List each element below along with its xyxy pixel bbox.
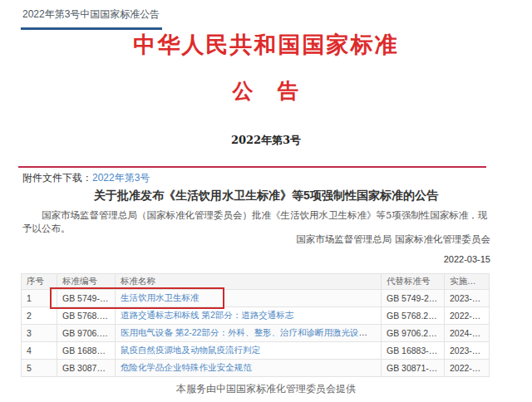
tab-announcement-2022-no3[interactable]: 2022年第3号中国国家标准公告 xyxy=(21,6,162,30)
standards-table: 序号 标准编号 标准名称 代替标准号 实施日期 1GB 5749-2022生活饮… xyxy=(21,273,490,377)
page-footer-text: 本服务由中国国家标准化管理委员会提供 xyxy=(0,382,532,396)
cell-impl-date: 2022-10-01 xyxy=(445,360,490,377)
cell-seq: 4 xyxy=(22,342,57,360)
notice-body-paragraph: 国家市场监督管理总局（国家标准化管理委员会）批准《生活饮用水卫生标准》等5项强制… xyxy=(22,209,490,235)
document-title-line2: 公 告 xyxy=(0,77,532,105)
cell-name: 生活饮用水卫生标准 xyxy=(116,290,382,307)
col-header-seq: 序号 xyxy=(22,274,57,290)
col-header-impl-date: 实施日期 xyxy=(445,274,490,290)
standard-name-link[interactable]: 危险化学品企业特殊作业安全规范 xyxy=(121,362,252,372)
table-row: 2GB 5768.2-2022道路交通标志和标线 第2部分：道路交通标志GB 5… xyxy=(22,307,490,325)
attachment-download-line: 附件文件下载：2022年第3号 xyxy=(22,171,150,185)
cell-code: GB 5749-2022 xyxy=(57,290,116,307)
standard-name-link[interactable]: 道路交通标志和标线 第2部分：道路交通标志 xyxy=(121,310,293,320)
cell-replaces: GB 30871-2014 xyxy=(382,360,445,377)
table-row: 1GB 5749-2022生活饮用水卫生标准GB 5749-20062023-0… xyxy=(22,290,490,307)
document-title-line1: 中华人民共和国国家标准 xyxy=(0,30,532,60)
table-row: 4GB 16883-2022鼠疫自然疫源地及动物鼠疫流行判定GB 16883-1… xyxy=(22,342,490,360)
table-row: 5GB 30871-2022危险化学品企业特殊作业安全规范GB 30871-20… xyxy=(22,360,490,377)
cell-code: GB 16883-2022 xyxy=(57,342,116,360)
cell-seq: 1 xyxy=(22,290,57,307)
cell-name: 道路交通标志和标线 第2部分：道路交通标志 xyxy=(116,307,382,325)
cell-code: GB 5768.2-2022 xyxy=(57,307,116,325)
cell-name: 医用电气设备 第2-22部分：外科、整形、治疗和诊断用激光设备的基本安全和基本性… xyxy=(116,325,382,342)
cell-seq: 3 xyxy=(22,325,57,342)
standard-name-link[interactable]: 生活饮用水卫生标准 xyxy=(121,292,200,302)
notice-heading: 关于批准发布《生活饮用水卫生标准》等5项强制性国家标准的公告 xyxy=(0,189,532,203)
cell-impl-date: 2024-05-01 xyxy=(445,325,490,342)
cell-name: 危险化学品企业特殊作业安全规范 xyxy=(116,360,382,377)
issuing-authority: 国家市场监督管理总局 国家标准化管理委员会 xyxy=(22,233,490,246)
cell-seq: 2 xyxy=(22,307,57,325)
cell-impl-date: 2023-04-01 xyxy=(445,290,490,307)
table-row: 3GB 9706.222-2022医用电气设备 第2-22部分：外科、整形、治疗… xyxy=(22,325,490,342)
standard-name-link[interactable]: 医用电气设备 第2-22部分：外科、整形、治疗和诊断用激光设备的基本安全和基本性… xyxy=(121,327,382,337)
red-divider-line xyxy=(18,166,486,168)
cell-name: 鼠疫自然疫源地及动物鼠疫流行判定 xyxy=(116,342,382,360)
col-header-code: 标准编号 xyxy=(57,274,116,290)
table-header-row: 序号 标准编号 标准名称 代替标准号 实施日期 xyxy=(22,274,490,290)
cell-code: GB 30871-2022 xyxy=(57,360,116,377)
tab-label: 2022年第3号中国国家标准公告 xyxy=(22,8,160,20)
standards-table-wrap: 序号 标准编号 标准名称 代替标准号 实施日期 1GB 5749-2022生活饮… xyxy=(21,273,489,377)
cell-seq: 5 xyxy=(22,360,57,377)
standards-table-body: 1GB 5749-2022生活饮用水卫生标准GB 5749-20062023-0… xyxy=(22,290,490,377)
cell-replaces: GB 9706.20-2000 xyxy=(382,325,445,342)
cell-replaces: GB 5749-2006 xyxy=(382,290,445,307)
standard-name-link[interactable]: 鼠疫自然疫源地及动物鼠疫流行判定 xyxy=(121,345,260,355)
attachment-label: 附件文件下载： xyxy=(22,172,92,184)
col-header-name: 标准名称 xyxy=(116,274,382,290)
cell-code: GB 9706.222-2022 xyxy=(57,325,116,342)
cell-replaces: GB 16883-1997 xyxy=(382,342,445,360)
cell-replaces: GB 5768.2-2009 xyxy=(382,307,445,325)
cell-impl-date: 2022-10-01 xyxy=(445,307,490,325)
cell-impl-date: 2023-04-01 xyxy=(445,342,490,360)
issue-number: 2022年第3号 xyxy=(0,133,532,148)
col-header-replaces: 代替标准号 xyxy=(382,274,445,290)
issue-date: 2022-03-15 xyxy=(22,254,490,264)
attachment-download-link[interactable]: 2022年第3号 xyxy=(92,172,150,184)
